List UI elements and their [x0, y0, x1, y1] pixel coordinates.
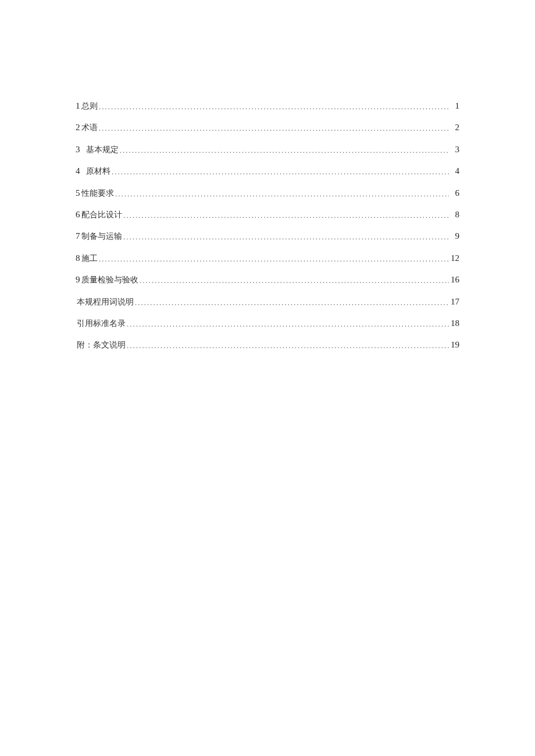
toc-entry-number: 6	[76, 207, 80, 221]
toc-entry-title: 性能要求	[81, 187, 114, 200]
toc-leader-dots	[134, 297, 449, 309]
toc-entry-title: 原材料	[86, 165, 110, 178]
toc-leader-dots	[122, 231, 449, 243]
toc-leader-dots	[122, 210, 449, 222]
toc-entry-number: 5	[76, 186, 80, 200]
toc-entry-title: 基本规定	[86, 144, 119, 156]
toc-entry-page: 16	[449, 273, 459, 286]
toc-leader-dots	[138, 275, 449, 287]
toc-leader-dots	[126, 318, 449, 331]
toc-leader-dots	[119, 145, 449, 157]
toc-entry-number: 2	[76, 120, 80, 134]
toc-entry[interactable]: 2 术语 2	[76, 120, 459, 134]
toc-entry-number: 3	[76, 142, 80, 156]
toc-entry[interactable]: 3基本规定 3	[76, 142, 459, 156]
toc-entry-page: 4	[449, 164, 459, 178]
toc-entry[interactable]: 8 施工 12	[76, 251, 459, 265]
toc-entry[interactable]: 5 性能要求 6	[76, 186, 459, 200]
toc-entry-page: 18	[449, 316, 459, 330]
toc-entry-title: 配合比设计	[81, 209, 122, 221]
table-of-contents: 1 总则 12 术语 23基本规定 34原材料 45 性能要求 66 配合比设计…	[76, 99, 459, 352]
toc-entry-number: 8	[76, 251, 80, 265]
toc-leader-dots	[98, 101, 449, 113]
toc-leader-dots	[114, 188, 449, 200]
toc-entry-title: 术语	[81, 121, 98, 134]
toc-entry-title: 本规程用词说明	[77, 296, 134, 309]
toc-leader-dots	[98, 253, 449, 266]
toc-entry-page: 9	[449, 229, 459, 243]
toc-entry-number: 7	[76, 229, 80, 243]
toc-entry-page: 8	[449, 207, 459, 221]
toc-entry-page: 2	[449, 120, 459, 134]
toc-entry-title: 施工	[81, 252, 98, 265]
toc-entry-page: 1	[449, 99, 459, 113]
toc-entry-title: 制备与运输	[81, 230, 122, 243]
toc-entry-page: 6	[449, 186, 459, 200]
toc-entry-title: 引用标准名录	[77, 317, 126, 330]
toc-entry[interactable]: 1 总则 1	[76, 99, 459, 113]
toc-entry-title: 总则	[81, 100, 98, 113]
toc-entry-page: 12	[449, 251, 459, 265]
toc-entry-title: 质量检验与验收	[81, 274, 138, 286]
toc-entry-number: 9	[76, 273, 80, 286]
toc-entry-page: 19	[449, 338, 459, 352]
toc-leader-dots	[98, 123, 449, 135]
toc-entry-page: 3	[449, 142, 459, 156]
toc-entry-title: 附：条文说明	[77, 339, 126, 352]
toc-entry-number: 4	[76, 164, 80, 178]
toc-entry-page: 17	[449, 295, 459, 309]
toc-entry[interactable]: 4原材料 4	[76, 164, 459, 178]
toc-entry[interactable]: 本规程用词说明 17	[76, 295, 459, 309]
toc-entry[interactable]: 6 配合比设计 8	[76, 207, 459, 221]
toc-entry[interactable]: 7 制备与运输 9	[76, 229, 459, 243]
toc-entry-number: 1	[76, 99, 80, 113]
toc-entry[interactable]: 附：条文说明 19	[76, 338, 459, 352]
toc-leader-dots	[110, 166, 449, 178]
toc-leader-dots	[126, 340, 449, 352]
toc-entry[interactable]: 引用标准名录 18	[76, 316, 459, 330]
toc-entry[interactable]: 9 质量检验与验收 16	[76, 273, 459, 286]
